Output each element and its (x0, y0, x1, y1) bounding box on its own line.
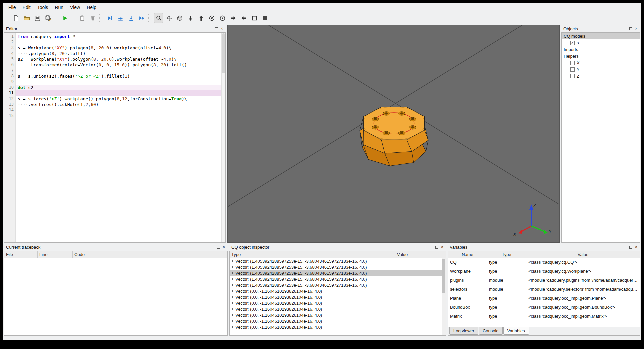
bottom-view-button[interactable] (196, 13, 206, 23)
variable-row[interactable]: Workplanetype<class 'cadquery.cq.Workpla… (448, 267, 640, 276)
expand-icon[interactable] (232, 308, 233, 310)
expand-icon[interactable] (232, 284, 233, 286)
zoom-button[interactable] (154, 13, 163, 23)
inspector-row[interactable]: Vector: (0.0, -1.1604610293826104e-16, 4… (230, 300, 446, 306)
inspector-row[interactable]: Vector: (0.0, -1.1604610293826104e-16, 4… (230, 324, 446, 330)
column-header-value: Value (526, 251, 640, 258)
new-file-button[interactable] (11, 13, 21, 23)
inspector-row[interactable]: Vector: (0.0, -1.1604610293826104e-16, 4… (230, 288, 446, 294)
editor-scrollbar[interactable] (221, 33, 225, 242)
tab-variables[interactable]: Variables (503, 327, 529, 335)
expand-icon[interactable] (232, 278, 233, 280)
inspector-scrollbar[interactable] (442, 258, 446, 335)
line-number: 11 (4, 90, 14, 96)
close-icon[interactable]: × (220, 27, 224, 31)
variable-row[interactable]: selectorsmodule<module 'cadquery.selecto… (448, 285, 640, 294)
inspector-row[interactable]: Vector: (1.4053924288597253e-15, -3.6804… (230, 270, 446, 276)
menu-run[interactable]: Run (51, 4, 67, 11)
inspector-row[interactable]: Vector: (0.0, -1.1604610293826104e-16, 4… (230, 306, 446, 312)
expand-icon[interactable] (232, 266, 233, 268)
float-icon[interactable] (629, 27, 632, 30)
step-in-button[interactable] (126, 13, 136, 23)
checkbox[interactable] (570, 67, 575, 72)
variable-row[interactable]: Planetype<class 'cadquery.occ_impl.geom.… (448, 294, 640, 303)
float-icon[interactable] (629, 246, 632, 249)
expand-icon[interactable] (232, 272, 233, 274)
expand-icon[interactable] (232, 320, 233, 322)
checkbox[interactable] (570, 61, 575, 65)
inspector-row[interactable]: Vector: (0.0, -1.1604610293826104e-16, 4… (230, 312, 446, 318)
iso-view-button[interactable] (175, 13, 185, 23)
wireframe-button[interactable] (249, 13, 259, 23)
expand-icon[interactable] (232, 314, 233, 316)
top-view-button[interactable] (185, 13, 195, 23)
debug-button[interactable] (105, 13, 115, 23)
expand-icon[interactable] (232, 290, 233, 292)
save-as-button[interactable] (43, 13, 53, 23)
editor-content[interactable]: 123456789101112131415 from cadquery impo… (4, 32, 226, 243)
close-icon[interactable]: × (634, 245, 638, 249)
close-icon[interactable]: × (634, 27, 638, 31)
close-icon[interactable]: × (222, 245, 226, 249)
menu-edit[interactable]: Edit (19, 4, 34, 11)
toolbar-handle (99, 14, 102, 22)
float-icon[interactable] (217, 246, 220, 249)
expand-icon[interactable] (232, 260, 233, 262)
tree-item-y[interactable]: Y (562, 66, 640, 73)
left-view-button[interactable] (228, 13, 238, 23)
line-number: 15 (4, 113, 14, 119)
checkbox[interactable] (570, 74, 575, 78)
close-icon[interactable]: × (440, 245, 444, 249)
inspector-row[interactable]: Vector: (1.4053924288597253e-15, -3.6804… (230, 264, 446, 270)
tree-item-s[interactable]: ✓s (562, 39, 640, 46)
line-number: 8 (4, 73, 14, 79)
viewport-3d[interactable]: Z X Y (227, 25, 560, 243)
cad-model[interactable] (350, 98, 438, 179)
tree-item-z[interactable]: Z (562, 73, 640, 79)
step-button[interactable] (115, 13, 125, 23)
back-view-button[interactable] (217, 13, 227, 23)
variable-row[interactable]: Matrixtype<class 'cadquery.occ_impl.geom… (448, 312, 640, 321)
inspector-row[interactable]: Vector: (0.0, -1.1604610293826104e-16, 4… (230, 294, 446, 300)
copy-button[interactable] (77, 13, 87, 23)
tree-item-cq-models[interactable]: CQ models (562, 33, 640, 39)
tab-log-viewer[interactable]: Log viewer (449, 327, 478, 335)
menu-help[interactable]: Help (83, 4, 100, 11)
scrollbar-thumb[interactable] (442, 259, 445, 293)
inspector-row[interactable]: Vector: (1.4053924288597253e-15, -3.6804… (230, 276, 446, 282)
variable-row[interactable]: CQtype<class 'cadquery.cq.CQ'> (448, 258, 640, 267)
render-button[interactable] (60, 13, 70, 23)
delete-button[interactable] (88, 13, 98, 23)
variable-row[interactable]: BoundBoxtype<class 'cadquery.occ_impl.ge… (448, 303, 640, 312)
expand-icon[interactable] (232, 326, 233, 328)
expand-icon[interactable] (232, 302, 233, 304)
inspector-row[interactable]: Vector: (1.4053924288597253e-15, -3.6804… (230, 282, 446, 288)
float-icon[interactable] (215, 27, 218, 30)
right-view-button[interactable] (239, 13, 249, 23)
menu-tools[interactable]: Tools (34, 4, 52, 11)
tree-item-helpers[interactable]: Helpers (562, 53, 640, 59)
expand-icon[interactable] (232, 296, 233, 298)
shaded-button[interactable] (260, 13, 270, 23)
scrollbar-thumb[interactable] (222, 33, 225, 73)
tree-item-imports[interactable]: Imports (562, 46, 640, 53)
continue-button[interactable] (137, 13, 147, 23)
menu-view[interactable]: View (67, 4, 83, 11)
inspector-titlebar: CQ object inspector × (229, 243, 446, 251)
front-view-button[interactable] (207, 13, 217, 23)
inspector-row[interactable]: Vector: (1.4053924288597253e-15, -3.6804… (230, 258, 446, 264)
float-icon[interactable] (435, 246, 438, 249)
open-button[interactable] (22, 13, 32, 23)
save-button[interactable] (32, 13, 42, 23)
tab-console[interactable]: Console (479, 327, 503, 335)
code-line: ····.vertices().cskHole(1,2,60) (16, 102, 225, 107)
menu-file[interactable]: File (5, 4, 19, 11)
inspector-row[interactable]: Vector: (0.0, -1.1604610293826104e-16, 4… (230, 318, 446, 324)
editor-code[interactable]: from cadquery import *s = Workplane("XY"… (16, 33, 225, 242)
tree-item-x[interactable]: X (562, 59, 640, 66)
variables-titlebar: Variables × (448, 243, 640, 251)
variable-row[interactable]: pluginsmodule<module 'cadquery.plugins' … (448, 276, 640, 285)
fit-all-button[interactable] (164, 13, 174, 23)
checkbox[interactable]: ✓ (570, 41, 575, 45)
code-line (16, 39, 225, 45)
